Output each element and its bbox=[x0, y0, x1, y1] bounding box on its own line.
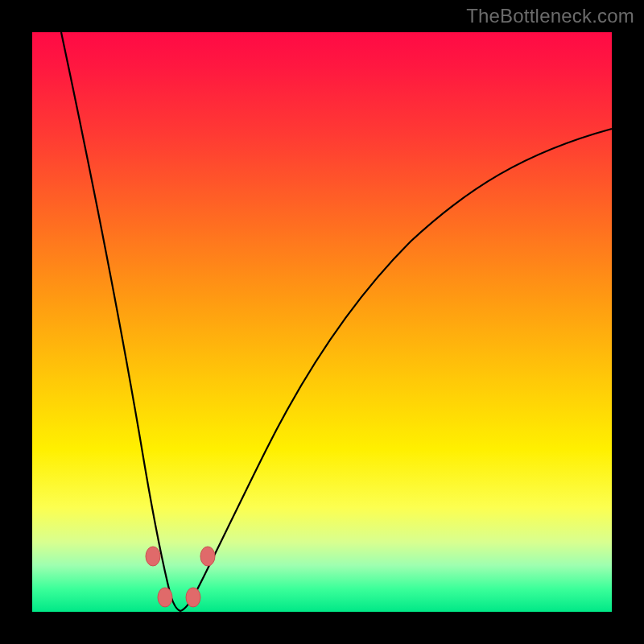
watermark-text: TheBottleneck.com bbox=[466, 5, 634, 27]
marker-dot bbox=[146, 547, 160, 566]
marker-dot bbox=[186, 588, 200, 607]
plot-area bbox=[32, 32, 612, 612]
marker-dot bbox=[158, 588, 172, 607]
chart-frame: TheBottleneck.com bbox=[0, 0, 644, 644]
marker-dot bbox=[200, 547, 215, 566]
bottleneck-curve bbox=[61, 32, 612, 611]
curve-svg bbox=[32, 32, 612, 612]
